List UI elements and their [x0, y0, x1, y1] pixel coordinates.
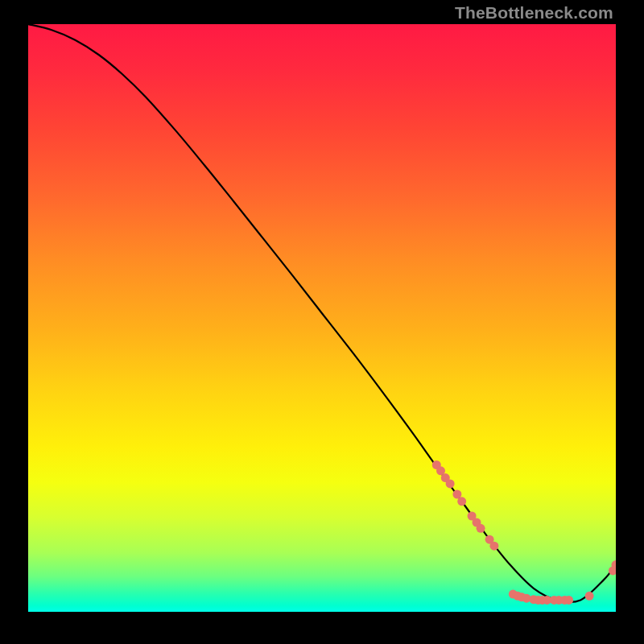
plot-area	[28, 24, 616, 612]
data-point	[585, 592, 594, 601]
data-point	[446, 479, 455, 488]
highlight-dots	[432, 460, 616, 605]
data-point	[477, 524, 485, 533]
chart-frame: TheBottleneck.com	[0, 0, 644, 644]
data-point	[457, 497, 466, 506]
data-point	[489, 542, 498, 551]
chart-svg	[28, 24, 616, 612]
bottleneck-curve	[28, 24, 616, 602]
watermark-text: TheBottleneck.com	[455, 3, 613, 23]
data-point	[564, 596, 573, 605]
